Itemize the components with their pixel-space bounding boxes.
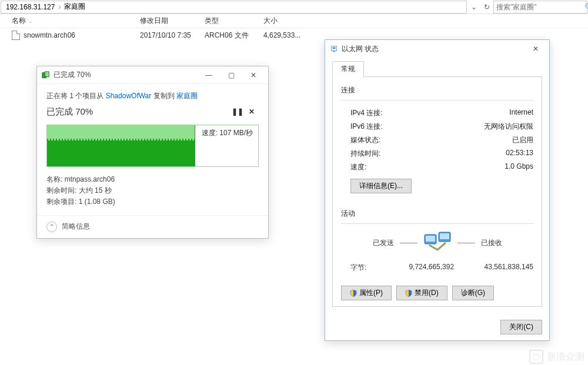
ethernet-status-dialog: 以太网 状态 ✕ 常规 连接 IPv4 连接:Internet IPv6 连接:… — [325, 39, 550, 341]
eth-close-button[interactable]: ✕ — [524, 41, 547, 57]
search-icon[interactable]: 🔍 — [584, 3, 588, 11]
network-monitors-icon — [423, 231, 452, 255]
details-button[interactable]: 详细信息(E)... — [350, 179, 412, 193]
search-input-container[interactable]: 🔍 — [493, 1, 587, 14]
tab-general[interactable]: 常规 — [332, 61, 364, 77]
breadcrumb-ip[interactable]: 192.168.31.127 — [5, 3, 56, 11]
column-name-label: 名称 — [12, 16, 26, 25]
file-icon — [12, 31, 20, 40]
eth-title: 以太网 状态 — [342, 44, 524, 54]
search-input[interactable] — [496, 3, 584, 11]
properties-button[interactable]: 属性(P) — [341, 286, 392, 300]
maximize-button[interactable]: ▢ — [220, 67, 242, 83]
file-date: 2017/10/10 7:35 — [135, 31, 200, 39]
recv-label: 已接收 — [481, 238, 502, 248]
chevron-right-icon: › — [56, 3, 63, 11]
copy-meta-name: 名称: mtnpass.arch06 — [46, 174, 259, 185]
ethernet-icon — [330, 45, 338, 53]
chevron-up-icon: ⌃ — [46, 222, 57, 232]
file-type: ARCH06 文件 — [200, 31, 259, 41]
copy-dest-link[interactable]: 家庭圈 — [176, 92, 198, 100]
column-date[interactable]: 修改日期 — [135, 16, 200, 26]
pause-button[interactable]: ❚❚ — [230, 105, 245, 119]
address-bar: 192.168.31.127 › 家庭圈 ⌄ ↻ 🔍 — [0, 0, 588, 14]
kv-media: 媒体状态:已启用 — [341, 133, 533, 147]
kv-ipv4: IPv4 连接:Internet — [341, 106, 533, 120]
copy-description: 正在将 1 个项目从 ShadowOfWar 复制到 家庭圈 — [46, 91, 259, 101]
watermark-logo-icon: ⬡ — [529, 350, 543, 364]
watermark: ⬡ 新浪众测 — [529, 350, 584, 364]
kv-duration: 持续时间:02:53:13 — [341, 147, 533, 160]
copy-speed-graph: 速度: 107 MB/秒 — [46, 125, 259, 167]
copy-title: 已完成 70% — [54, 70, 198, 80]
watermark-text: 新浪众测 — [547, 351, 584, 363]
breadcrumb-folder[interactable]: 家庭圈 — [63, 2, 86, 12]
copy-titlebar[interactable]: 已完成 70% — ▢ ✕ — [37, 66, 268, 84]
tab-strip: 常规 — [332, 61, 542, 77]
cancel-button[interactable]: ✕ — [245, 105, 259, 119]
breadcrumb[interactable]: 192.168.31.127 › 家庭圈 — [1, 1, 467, 14]
svg-rect-4 — [333, 51, 335, 52]
column-name[interactable]: 名称⌄ — [0, 16, 135, 26]
svg-rect-1 — [45, 71, 49, 76]
diagnose-button[interactable]: 诊断(G) — [452, 286, 494, 300]
address-bar-buttons: ⌄ ↻ — [467, 1, 493, 14]
activity-graphic: 已发送 已接收 — [341, 231, 533, 255]
kv-speed: 速度:1.0 Gbps — [341, 160, 533, 174]
bytes-recv: 43,561,838,145 — [466, 263, 534, 273]
close-dialog-button[interactable]: 关闭(C) — [500, 320, 542, 334]
bytes-sent: 9,724,665,392 — [397, 263, 466, 273]
column-size[interactable]: 大小 — [259, 16, 306, 26]
disable-button[interactable]: 禁用(D) — [396, 286, 447, 300]
file-size: 4,629,533... — [259, 31, 306, 39]
copy-speed-label: 速度: 107 MB/秒 — [200, 128, 255, 139]
sent-label: 已发送 — [373, 238, 394, 248]
shield-icon — [350, 290, 357, 297]
copy-percent: 已完成 70% — [46, 106, 230, 118]
minimize-button[interactable]: — — [198, 67, 220, 83]
copy-progress-dialog: 已完成 70% — ▢ ✕ 正在将 1 个项目从 ShadowOfWar 复制到… — [36, 66, 269, 239]
fewer-details-label: 简略信息 — [62, 222, 90, 232]
eth-titlebar[interactable]: 以太网 状态 ✕ — [325, 40, 549, 58]
copy-meta-time: 剩余时间: 大约 15 秒 — [46, 185, 259, 196]
section-activity: 活动 — [341, 209, 533, 219]
shield-icon — [405, 290, 412, 297]
copy-source-link[interactable]: ShadowOfWar — [106, 92, 152, 100]
svg-rect-3 — [332, 47, 335, 49]
svg-rect-6 — [426, 236, 435, 242]
column-headers: 名称⌄ 修改日期 类型 大小 — [0, 14, 588, 28]
refresh-icon[interactable]: ↻ — [480, 1, 493, 14]
table-row[interactable]: snowmtn.arch06 2017/10/10 7:35 ARCH06 文件… — [0, 28, 588, 40]
sort-icon: ⌄ — [28, 18, 33, 24]
fewer-details-toggle[interactable]: ⌃ 简略信息 — [37, 215, 268, 238]
tab-panel: 连接 IPv4 连接:Internet IPv6 连接:无网络访问权限 媒体状态… — [332, 77, 542, 307]
column-type[interactable]: 类型 — [200, 16, 259, 26]
bytes-row: 字节: 9,724,665,392 43,561,838,145 — [341, 262, 533, 274]
file-name: snowmtn.arch06 — [24, 31, 75, 39]
dropdown-history-icon[interactable]: ⌄ — [467, 1, 480, 14]
section-connection: 连接 — [341, 85, 533, 95]
kv-ipv6: IPv6 连接:无网络访问权限 — [341, 120, 533, 133]
copy-dialog-icon — [42, 71, 50, 79]
svg-rect-8 — [440, 233, 449, 239]
copy-meta-items: 剩余项目: 1 (1.08 GB) — [46, 196, 259, 207]
close-button[interactable]: ✕ — [242, 67, 265, 83]
